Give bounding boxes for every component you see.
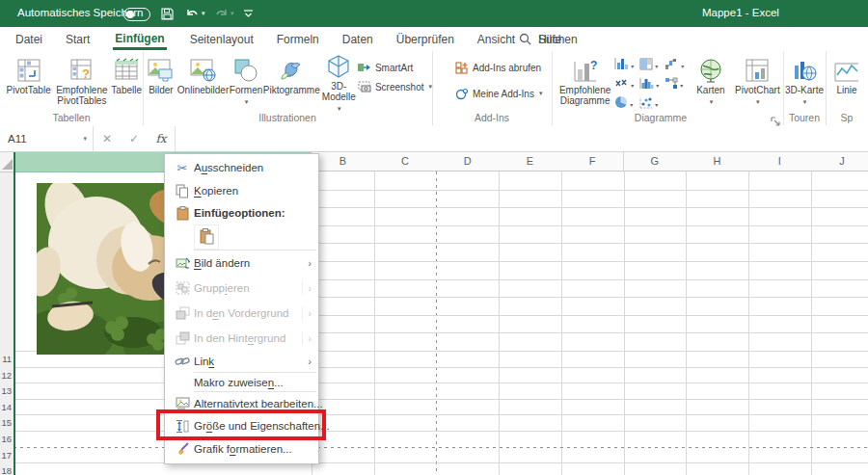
name-box[interactable]: A11 ▾ [0,126,94,151]
tab-seitenlayout[interactable]: Seitenlayout [178,27,265,51]
meine-addins-button[interactable]: Meine Add-Ins ▾ [455,85,552,102]
save-icon[interactable] [160,4,175,23]
search-icon [519,33,531,45]
menu-item-einfuegeoptionen[interactable]: Einfügeoptionen: [165,202,318,224]
menu-item-in-den-hintergrund[interactable]: In den Hintergrund› [165,326,318,351]
column-header-H[interactable]: H [686,152,749,172]
stock-chart-button[interactable]: ▾ [614,75,639,94]
waterfall-chart-button[interactable]: ▾ [665,56,690,75]
formen-button[interactable]: Formen▾ [229,54,263,110]
row-header-11[interactable]: 11 [0,354,12,364]
dropdown-icon: ▾ [631,82,634,89]
submenu-arrow-icon: › [302,332,316,344]
menu-item-bild-aendern[interactable]: Bild ändern› [165,251,318,276]
column-header-D[interactable]: D [436,152,500,172]
tabelle-button[interactable]: Tabelle [110,54,143,110]
ribbon-group-tabellen: PivotTable ? Empfohlene PivotTables Tabe… [0,51,144,125]
row-header-14[interactable]: 14 [0,402,12,412]
menu-item-kopieren[interactable]: Kopieren [165,179,318,202]
ribbon-group-touren: 3D-Karte ▾ Touren [783,51,827,125]
paste-keep-source-formatting-icon[interactable] [194,224,219,250]
column-header-B[interactable]: B [312,152,375,172]
histogram-chart-button[interactable]: ▾ [639,75,665,94]
name-box-dropdown-icon[interactable]: ▾ [83,135,87,143]
gridline-vertical [748,172,749,475]
undo-icon[interactable]: ▾ [185,4,205,23]
undo-dropdown-icon[interactable]: ▾ [202,10,205,17]
maps-globe-icon [698,54,723,83]
waterfall-chart-icon [665,57,679,74]
name-box-value: A11 [8,133,27,145]
menu-item-grafik-formatieren[interactable]: Grafik formatieren... [165,437,318,461]
icons-bird-icon [278,54,305,83]
3d-modelle-button[interactable]: 3D-Modelle ▾ [320,54,358,110]
pie-chart-button[interactable]: ▾ [614,94,639,114]
tab-einf-gen[interactable]: Einfügen [101,27,177,51]
empfohlene-diagramme-button[interactable]: ? Empfohlene Diagramme [556,54,614,110]
svg-text:?: ? [590,59,597,72]
autosave-toggle[interactable] [123,8,150,21]
screenshot-button[interactable]: Screenshot ▾ [358,78,432,95]
tab-start[interactable]: Start [54,27,101,51]
onlinebilder-button[interactable]: Onlinebilder [177,54,229,110]
column-header-C[interactable]: C [374,152,438,172]
select-all-corner[interactable] [0,152,14,172]
row-header-16[interactable]: 16 [0,434,12,444]
svg-text:?: ? [82,66,90,81]
3d-karte-button[interactable]: 3D-Karte ▾ [784,54,825,110]
menu-item-makro-zuweisen[interactable]: Makro zuweisen... [165,373,318,391]
tab-datei[interactable]: Datei [4,27,54,51]
column-header-E[interactable]: E [499,152,562,172]
menu-item-paste-option[interactable] [165,224,318,250]
column-header-I[interactable]: I [748,152,812,172]
search-control[interactable]: Suchen [519,27,578,51]
tab-formeln[interactable]: Formeln [265,27,331,51]
karten-button[interactable]: Karten▾ [690,54,731,110]
menu-item-link[interactable]: Link› [165,351,318,372]
menu-item-ausschneiden[interactable]: ✂Ausschneiden [165,156,318,179]
customize-quick-access-icon[interactable] [243,4,254,23]
tab-ansicht[interactable]: Ansicht [466,27,527,51]
pivottable-button[interactable]: PivotTable [4,54,53,110]
column-chart-button[interactable]: ▾ [614,56,639,75]
row-header-18[interactable]: 18 [0,465,12,475]
tab-daten[interactable]: Daten [331,27,385,51]
column-header-G[interactable]: G [624,152,688,172]
row-header-13[interactable]: 13 [0,385,12,396]
treemap-chart-button[interactable]: ▾ [639,56,665,75]
menu-item-gruppieren[interactable]: Gruppieren› [165,276,318,301]
scatter-chart-button[interactable]: ▾ [639,94,665,114]
piktogramme-button[interactable]: Piktogramme [263,54,320,110]
bilder-button[interactable]: Bilder [145,54,177,110]
worksheet-grid[interactable]: BCDEFGHIJ1112131415161718 [0,152,868,475]
formula-input[interactable] [176,126,868,151]
piktogramme-label: Piktogramme [263,85,320,95]
menu-item-in-den-vordergrund[interactable]: In den Vordergrund› [165,301,318,326]
gridline-horizontal [312,332,868,333]
addins-abrufen-button[interactable]: Add-Ins abrufen [455,59,552,76]
menu-item-label: Alternativtext bearbeiten... [194,398,323,409]
insert-function-button[interactable]: fx [148,126,176,151]
menu-item-label: Bild ändern [194,257,303,269]
dropdown-icon: ▾ [681,63,684,69]
diagramme-dialog-launcher-icon[interactable] [771,113,780,122]
bilder-label: Bilder [149,85,174,95]
table-icon [114,54,139,83]
linie-label: Linie [836,85,856,95]
row-header-15[interactable]: 15 [0,417,12,428]
pictures-icon [148,54,175,83]
empfohlene-pivottables-button[interactable]: ? Empfohlene PivotTables [53,54,110,110]
tab--berpr-fen[interactable]: Überprüfen [385,27,466,51]
column-header-F[interactable]: F [561,152,625,172]
smartart-button[interactable]: SmartArt [358,59,432,76]
column-header-J[interactable]: J [811,152,868,172]
recommended-charts-icon: ? [573,54,598,83]
pivotchart-button[interactable]: PivotChart▾ [732,54,783,110]
row-header-17[interactable]: 17 [0,450,12,461]
linie-button[interactable]: Linie [827,54,866,110]
menu-item-label: Ausschneiden [194,162,316,173]
empfohlene-diagramme-label: Empfohlene Diagramme [559,85,610,106]
hierarchy-chart-button[interactable]: ▾ [665,75,690,94]
smartart-icon [358,62,371,73]
row-header-12[interactable]: 12 [0,370,12,381]
